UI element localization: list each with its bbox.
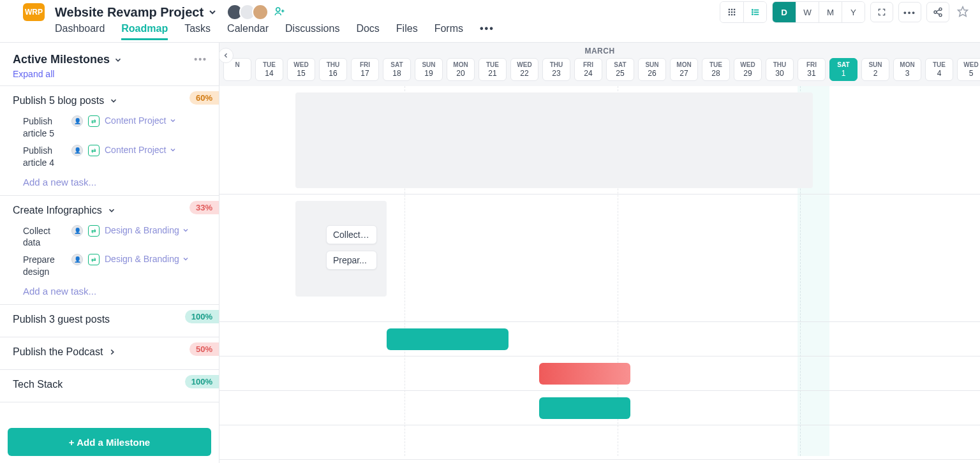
day-cell[interactable]: SAT18 (383, 58, 411, 81)
milestone-header[interactable]: Publish 3 guest posts (13, 314, 206, 325)
day-cell[interactable]: THU30 (766, 58, 794, 81)
chevron-down-icon[interactable] (107, 206, 116, 215)
nav-item-files[interactable]: Files (396, 23, 418, 40)
day-cell[interactable]: WED22 (510, 58, 538, 81)
task-project-link[interactable]: Content Project (105, 115, 177, 126)
share-icon[interactable]: ⇄ (88, 145, 100, 156)
share-icon[interactable] (926, 2, 949, 22)
nav-item-docs[interactable]: Docs (356, 23, 379, 40)
task-project-link[interactable]: Content Project (105, 145, 177, 155)
task-chip[interactable]: Collect ... (326, 225, 377, 244)
assignee-avatar[interactable]: 👤 (71, 254, 83, 265)
scale-day[interactable]: D (773, 2, 796, 22)
chevron-down-icon (169, 117, 177, 124)
timeline-bar[interactable] (387, 328, 509, 350)
nav-more-icon[interactable]: ••• (480, 23, 494, 40)
list-view-icon[interactable] (743, 2, 766, 22)
day-cell[interactable]: FRI31 (798, 58, 826, 81)
chevron-down-icon[interactable] (207, 7, 218, 17)
project-title[interactable]: Website Revamp Project (55, 5, 218, 20)
task-project-link[interactable]: Design & Branding (105, 254, 189, 264)
progress-badge: 100% (185, 310, 219, 323)
project-badge[interactable]: WRP (23, 3, 45, 21)
chevron-down-icon (182, 255, 189, 263)
task-row[interactable]: Collect data👤⇄Design & Branding (13, 223, 206, 252)
nav-item-forms[interactable]: Forms (434, 23, 463, 40)
timeline-bar[interactable] (539, 363, 630, 385)
avatar[interactable] (252, 4, 269, 20)
nav-item-calendar[interactable]: Calendar (227, 23, 269, 40)
svg-line-21 (937, 10, 940, 11)
share-icon[interactable]: ⇄ (88, 115, 100, 127)
share-icon[interactable]: ⇄ (88, 254, 100, 265)
day-cell[interactable]: SUN26 (638, 58, 666, 81)
scale-week[interactable]: W (796, 2, 819, 22)
more-menu-icon[interactable]: ••• (898, 2, 921, 22)
day-cell[interactable]: FRI17 (351, 58, 379, 81)
day-cell[interactable]: MON3 (893, 58, 921, 81)
expand-all-link[interactable]: Expand all (13, 69, 206, 79)
chevron-down-icon (182, 226, 189, 234)
add-task-link[interactable]: Add a new task... (13, 172, 206, 189)
milestone-header[interactable]: Publish the Podcast (13, 346, 206, 358)
task-project-link[interactable]: Design & Branding (105, 225, 189, 235)
milestone-range[interactable] (295, 92, 813, 188)
sidebar-more-icon[interactable]: ••• (194, 54, 207, 64)
day-cell[interactable]: SUN2 (861, 58, 889, 81)
nav-item-dashboard[interactable]: Dashboard (55, 23, 105, 40)
star-icon[interactable] (954, 6, 971, 19)
timeline-days: NTUE14WED15THU16FRI17SAT18SUN19MON20TUE2… (219, 57, 980, 86)
day-cell[interactable]: TUE28 (702, 58, 730, 81)
milestone-header[interactable]: Tech Stack (13, 379, 206, 390)
task-chip[interactable]: Prepar... (326, 251, 377, 270)
add-milestone-button[interactable]: + Add a Milestone (8, 428, 211, 456)
milestone-range[interactable] (295, 201, 387, 297)
timeline: MARCH NTUE14WED15THU16FRI17SAT18SUN19MON… (219, 43, 980, 463)
day-of-week: TUE (256, 61, 283, 68)
avatar-stack[interactable] (226, 4, 269, 20)
day-cell[interactable]: TUE14 (255, 58, 283, 81)
day-cell[interactable]: TUE4 (925, 58, 953, 81)
add-user-icon[interactable] (274, 6, 285, 19)
day-cell[interactable]: THU16 (319, 58, 347, 81)
assignee-avatar[interactable]: 👤 (71, 145, 83, 156)
day-cell[interactable]: WED5 (957, 58, 980, 81)
day-cell[interactable]: SAT1 (829, 58, 858, 81)
day-cell[interactable]: SUN19 (415, 58, 443, 81)
nav-item-discussions[interactable]: Discussions (285, 23, 339, 40)
milestone-header[interactable]: Publish 5 blog posts (13, 95, 206, 107)
day-cell[interactable]: WED15 (287, 58, 315, 81)
day-cell[interactable]: FRI24 (574, 58, 602, 81)
day-cell[interactable]: TUE21 (479, 58, 507, 81)
timeline-month-label: MARCH (219, 43, 980, 57)
fullscreen-icon[interactable] (870, 2, 893, 22)
add-task-link[interactable]: Add a new task... (13, 281, 206, 298)
scale-month[interactable]: M (819, 2, 842, 22)
milestone-header[interactable]: Create Infographics (13, 205, 206, 216)
task-row[interactable]: Prepare design👤⇄Design & Branding (13, 251, 206, 281)
day-number: 24 (575, 69, 602, 78)
day-cell[interactable]: SAT25 (606, 58, 634, 81)
grid-view-icon[interactable] (720, 2, 743, 22)
timeline-lane (219, 322, 980, 356)
header-top: WRP Website Revamp Project (5, 0, 980, 20)
share-icon[interactable]: ⇄ (88, 225, 100, 237)
sidebar-title[interactable]: Active Milestones (13, 53, 206, 66)
day-cell[interactable]: MON20 (447, 58, 475, 81)
day-cell[interactable]: THU23 (542, 58, 570, 81)
task-row[interactable]: Publish article 5👤⇄Content Project (13, 113, 206, 142)
assignee-avatar[interactable]: 👤 (71, 225, 83, 237)
nav-item-tasks[interactable]: Tasks (184, 23, 211, 40)
chevron-down-icon[interactable] (109, 96, 118, 105)
day-cell[interactable]: MON27 (670, 58, 698, 81)
task-row[interactable]: Publish article 4👤⇄Content Project (13, 142, 206, 172)
timeline-bar[interactable] (539, 397, 630, 419)
day-cell[interactable]: WED29 (734, 58, 762, 81)
day-of-week: THU (543, 61, 570, 68)
scale-year[interactable]: Y (842, 2, 865, 22)
timeline-body[interactable]: Collect ...Prepar... (219, 86, 980, 456)
chevron-down-icon[interactable] (114, 55, 122, 64)
assignee-avatar[interactable]: 👤 (71, 115, 83, 127)
nav-item-roadmap[interactable]: Roadmap (121, 23, 168, 40)
chevron-right-icon[interactable] (108, 348, 117, 356)
